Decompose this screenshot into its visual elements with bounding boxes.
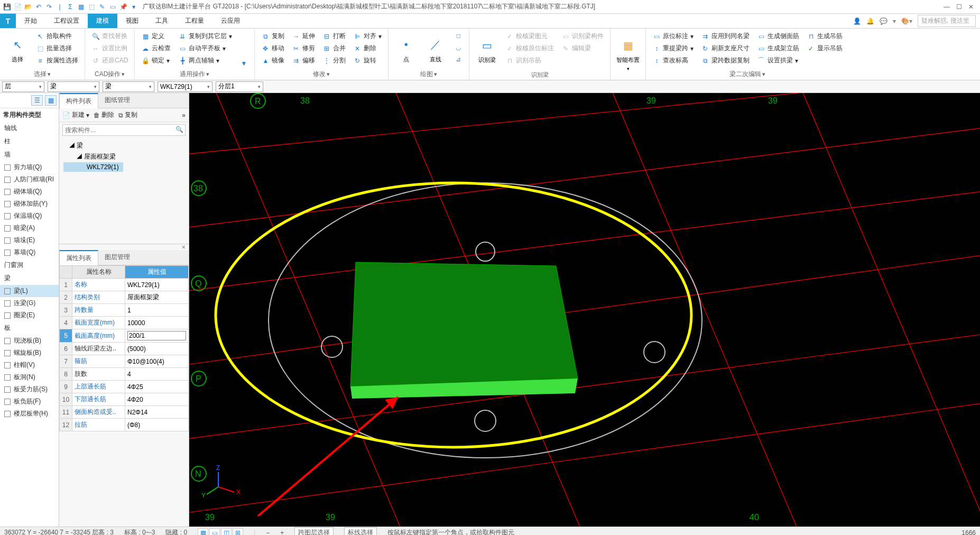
cat-slab[interactable]: 板 <box>0 321 59 335</box>
cat-axis[interactable]: 轴线 <box>0 122 59 135</box>
set-arch-beam-button[interactable]: ⌒设置拱梁 ▾ <box>755 55 801 66</box>
bell-icon[interactable]: 🔔 <box>866 17 874 25</box>
rotate-button[interactable]: ↻旋转 <box>351 55 384 66</box>
restore-cad-button[interactable]: ↺还原CAD <box>89 55 130 66</box>
member-select[interactable]: WKL729(1) <box>158 81 212 92</box>
check-elev-button[interactable]: ↕查改标高 <box>650 55 696 66</box>
menu-cloud[interactable]: 云应用 <box>212 14 248 28</box>
tool5-icon[interactable]: ▭ <box>108 2 117 12</box>
relift-span-button[interactable]: ↕重提梁跨 ▾ <box>650 43 696 54</box>
tree-item[interactable]: 现浇板(B) <box>0 335 59 347</box>
tab-layers[interactable]: 图层管理 <box>98 250 136 265</box>
property-row[interactable]: 3跨数量1 <box>60 304 189 317</box>
show-stirrup-button[interactable]: ✓显示吊筋 <box>805 43 845 54</box>
type-select[interactable]: 梁 <box>103 81 154 92</box>
line-button[interactable]: ／直线 <box>422 31 449 69</box>
edit-beam-button[interactable]: ✎编辑梁 <box>559 43 606 54</box>
property-value[interactable]: 4 <box>125 368 189 381</box>
tree-item[interactable]: 保温墙(Q) <box>0 210 59 222</box>
cloud-check-button[interactable]: ☁云检查 <box>139 43 173 54</box>
point-button[interactable]: •点 <box>393 31 419 69</box>
tab-properties[interactable]: 属性列表 <box>59 250 98 265</box>
new-member-button[interactable]: 📄 新建 ▾ <box>62 110 89 119</box>
tree-item[interactable]: 圈梁(E) <box>0 309 59 321</box>
tree-item[interactable]: 板受力筋(S) <box>0 383 59 395</box>
menu-start[interactable]: 开始 <box>16 14 45 28</box>
property-value[interactable]: 10000 <box>125 317 189 329</box>
pick-element-button[interactable]: ↖拾取构件 <box>34 31 80 42</box>
smart-layout-button[interactable]: ▦智能布置▾ <box>615 31 641 78</box>
auto-level-button[interactable]: ▭自动平齐板 ▾ <box>176 43 234 54</box>
two-point-axis-button[interactable]: ╋两点辅轴 ▾ <box>176 55 234 66</box>
property-value[interactable]: Φ10@100(4) <box>125 355 189 368</box>
property-row[interactable]: 11侧面构造或受..N2Φ14 <box>60 406 189 419</box>
gen-stirrup-button[interactable]: ⊓生成吊筋 <box>805 31 845 42</box>
minimize-icon[interactable]: — <box>944 3 950 11</box>
tool3-icon[interactable]: ⬚ <box>87 2 96 12</box>
sb-plus[interactable]: + <box>280 529 284 536</box>
tree-type[interactable]: ◢ 屋面框架梁 <box>63 151 184 162</box>
panel-close-icon[interactable]: ✕ <box>59 244 189 250</box>
tab-drawing-mgmt[interactable]: 图纸管理 <box>98 93 136 108</box>
app-logo-icon[interactable]: T <box>0 14 16 28</box>
grid-view-icon[interactable]: ▦ <box>45 95 57 106</box>
menu-quantity[interactable]: 工程量 <box>177 14 212 28</box>
move-button[interactable]: ✥移动 <box>259 43 286 54</box>
tree-item[interactable]: 砌体墙(Q) <box>0 186 59 198</box>
recog-member-button[interactable]: ▭识别梁构件 <box>559 31 606 42</box>
recognize-beam-button[interactable]: ▭识别梁 <box>474 31 500 70</box>
filter-icon-button[interactable]: ▼ <box>237 58 250 69</box>
property-value[interactable]: (Φ8) <box>125 419 189 431</box>
gen-side-rebar-button[interactable]: ▭生成侧面筋 <box>755 31 801 42</box>
lock-button[interactable]: 🔒锁定 ▾ <box>139 55 173 66</box>
sb-minus[interactable]: − <box>266 529 270 536</box>
rect-button[interactable]: □ <box>452 31 465 41</box>
apply-same-button[interactable]: ⇉应用到同名梁 <box>699 31 752 42</box>
sb-lineselect[interactable]: 标线选择 <box>344 527 377 535</box>
pin-icon[interactable]: 📌 <box>118 2 128 12</box>
copy-to-floor-button[interactable]: ⇊复制到其它层 ▾ <box>176 31 234 42</box>
grid-icon[interactable]: ▦ <box>76 2 86 12</box>
copy-button[interactable]: ⧉复制 <box>259 31 286 42</box>
property-value[interactable]: N2Φ14 <box>125 406 189 419</box>
refresh-support-button[interactable]: ↻刷新支座尺寸 <box>699 43 752 54</box>
tree-item[interactable]: 板负筋(F) <box>0 395 59 408</box>
menu-modeling[interactable]: 建模 <box>88 14 117 28</box>
tree-item[interactable]: 砌体加筋(Y) <box>0 198 59 210</box>
redo-icon[interactable]: ↷ <box>44 2 54 12</box>
property-value[interactable]: WKL729(1) <box>125 279 189 291</box>
property-row[interactable]: 12拉筋(Φ8) <box>60 419 189 431</box>
close-icon[interactable]: ✕ <box>968 3 974 11</box>
property-value[interactable] <box>125 329 189 343</box>
shape-button[interactable]: ⊿ <box>452 54 465 64</box>
menu-tools[interactable]: 工具 <box>147 14 177 28</box>
cat-wall[interactable]: 墙 <box>0 148 59 161</box>
user-icon[interactable]: 👤 <box>853 17 861 25</box>
property-row[interactable]: 1名称WKL729(1) <box>60 279 189 291</box>
delete-member-button[interactable]: 🗑 删除 <box>94 110 114 119</box>
property-value[interactable]: 4Φ25 <box>125 381 189 393</box>
property-row[interactable]: 8肢数4 <box>60 368 189 381</box>
tree-item[interactable]: 柱帽(V) <box>0 359 59 371</box>
tab-member-list[interactable]: 构件列表 <box>59 93 98 108</box>
tree-item[interactable]: 楼层板带(H) <box>0 408 59 420</box>
cat-column[interactable]: 柱 <box>0 135 59 148</box>
batch-select-button[interactable]: ⬚批量选择 <box>34 43 80 54</box>
tree-item[interactable]: 螺旋板(B) <box>0 347 59 359</box>
maximize-icon[interactable]: ☐ <box>956 3 962 11</box>
split-button[interactable]: ⋮分割 <box>320 55 348 66</box>
sb-icon-1[interactable]: ▦ <box>198 528 208 536</box>
sb-icon-4[interactable]: ⊞ <box>233 528 243 536</box>
gen-arch-rebar-button[interactable]: ▭生成架立筋 <box>755 43 801 54</box>
tool4-icon[interactable]: ✎ <box>97 2 107 12</box>
mirror-button[interactable]: ▲镜像 <box>259 55 286 66</box>
tree-item[interactable]: 墙垛(E) <box>0 234 59 246</box>
define-button[interactable]: ▦定义 <box>139 31 173 42</box>
property-row[interactable]: 2结构类别屋面框架梁 <box>60 291 189 304</box>
extend-button[interactable]: →延伸 <box>290 31 317 42</box>
3d-viewport[interactable]: R 38 Q P N 38 39 39 39 39 40 <box>189 93 980 527</box>
cat-beam[interactable]: 梁 <box>0 272 59 285</box>
tree-root[interactable]: ◢ 梁 <box>63 140 184 151</box>
search-icon[interactable]: 🔍 <box>175 126 183 133</box>
property-row[interactable]: 7箍筋Φ10@100(4) <box>60 355 189 368</box>
